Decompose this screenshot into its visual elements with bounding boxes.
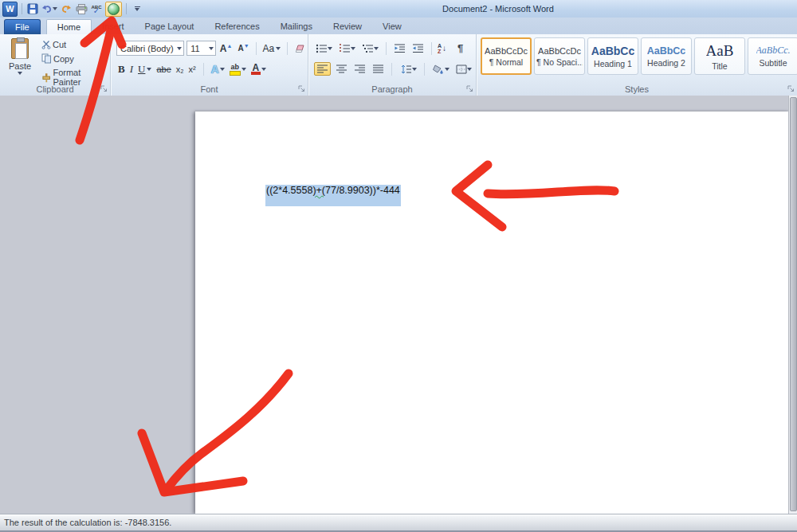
style-sample: AaBbCcDc <box>485 46 528 56</box>
font-dialog-launcher[interactable] <box>298 85 305 92</box>
style-card-title[interactable]: AaB Title <box>694 37 745 75</box>
font-name-value: Calibri (Body) <box>120 44 175 53</box>
paste-dropdown-caret[interactable] <box>18 72 22 75</box>
font-name-caret <box>177 47 182 50</box>
multilevel-caret <box>374 47 379 50</box>
italic-button[interactable]: I <box>130 63 133 76</box>
copy-button[interactable]: Copy <box>40 53 110 65</box>
increase-indent-icon <box>412 44 424 53</box>
style-card-normal[interactable]: AaBbCcDc ¶ Normal <box>481 37 532 75</box>
vertical-scrollbar[interactable] <box>788 96 797 514</box>
decrease-indent-button[interactable] <box>392 42 407 55</box>
multilevel-list-button[interactable] <box>360 42 380 55</box>
numbering-button[interactable] <box>337 42 357 55</box>
change-case-button[interactable]: Aa <box>261 42 282 55</box>
subscript-button[interactable]: x₂ <box>176 65 184 74</box>
tab-home[interactable]: Home <box>46 19 92 34</box>
paste-clipboard-icon <box>11 38 29 59</box>
copy-label: Copy <box>53 54 74 64</box>
font-color-button[interactable]: A <box>251 64 266 75</box>
align-center-button[interactable] <box>334 63 349 75</box>
bullets-button[interactable] <box>314 42 334 55</box>
change-case-caret <box>276 47 281 50</box>
style-sample: AaBbCcDc <box>538 46 581 56</box>
title-bar: W <box>0 0 797 18</box>
text-effects-caret <box>220 68 225 71</box>
highlight-color-bar <box>230 71 241 76</box>
text-effects-button[interactable]: A <box>211 63 225 76</box>
tab-references[interactable]: References <box>204 19 269 34</box>
clipboard-group: Paste Cut Copy <box>0 34 111 96</box>
style-name: ¶ Normal <box>489 57 523 67</box>
formula-part1: ((2*4.5558 <box>266 185 312 196</box>
tab-insert[interactable]: Insert <box>92 19 135 34</box>
style-name: ¶ No Spaci... <box>536 57 583 67</box>
paste-button[interactable]: Paste <box>5 38 35 84</box>
clipboard-dialog-launcher[interactable] <box>100 85 108 92</box>
justify-button[interactable] <box>371 63 386 75</box>
clear-formatting-button[interactable] <box>292 43 308 54</box>
grow-font-button[interactable]: A▲ <box>218 42 234 55</box>
tab-file[interactable]: File <box>4 19 41 34</box>
superscript-button[interactable]: x² <box>189 65 196 74</box>
separator <box>256 42 257 55</box>
style-card-heading2[interactable]: AaBbCc Heading 2 <box>641 37 692 75</box>
paragraph-group: AZ ↓ ¶ <box>308 34 477 96</box>
line-spacing-button[interactable] <box>398 63 418 76</box>
borders-caret <box>467 68 472 71</box>
font-size-value: 11 <box>190 44 206 53</box>
separator <box>391 63 392 76</box>
line-spacing-caret <box>412 68 417 71</box>
tab-page-layout[interactable]: Page Layout <box>135 19 205 34</box>
align-right-button[interactable] <box>352 63 367 75</box>
bullets-caret <box>328 47 332 50</box>
style-card-subtitle[interactable]: AaBbCc. Subtitle <box>748 37 797 75</box>
font-color-caret <box>261 68 266 71</box>
borders-button[interactable] <box>454 63 473 76</box>
justify-icon <box>372 65 384 73</box>
font-size-combo[interactable]: 11 <box>186 41 216 56</box>
underline-button[interactable]: U <box>138 63 151 76</box>
increase-indent-button[interactable] <box>410 42 426 55</box>
align-left-button[interactable] <box>314 62 331 76</box>
window-title: Document2 - Microsoft Word <box>0 0 797 18</box>
style-card-heading1[interactable]: AaBbCc Heading 1 <box>587 37 638 75</box>
highlight-caret <box>241 68 246 71</box>
formula-part2-squiggle: )+( <box>312 185 325 196</box>
scrollbar-thumb[interactable] <box>790 97 797 511</box>
document-page[interactable]: ((2*4.5558)+(77/8.9903))*-444 <box>195 111 789 514</box>
highlight-button[interactable]: ab <box>230 64 246 76</box>
show-hide-formatting-button[interactable]: ¶ <box>456 41 465 56</box>
sort-button[interactable]: AZ ↓ <box>438 43 446 54</box>
bold-button[interactable]: B <box>118 63 125 76</box>
align-left-icon <box>316 65 328 73</box>
paragraph-dialog-launcher[interactable] <box>466 85 473 92</box>
tab-review[interactable]: Review <box>323 19 372 34</box>
tab-view[interactable]: View <box>372 19 412 34</box>
font-color-bar <box>251 72 261 75</box>
cut-button[interactable]: Cut <box>40 39 110 50</box>
style-name: Heading 1 <box>594 59 632 68</box>
font-name-combo[interactable]: Calibri (Body) <box>116 41 184 56</box>
copy-icon <box>41 53 52 64</box>
separator <box>424 63 425 76</box>
strikethrough-button[interactable]: abe <box>156 65 171 74</box>
shading-button[interactable] <box>430 63 451 76</box>
style-name: Title <box>712 61 727 71</box>
sort-arrow-icon: ↓ <box>442 44 446 53</box>
selected-formula-text[interactable]: ((2*4.5558)+(77/8.9903))*-444 <box>265 185 401 206</box>
style-card-no-spacing[interactable]: AaBbCcDc ¶ No Spaci... <box>534 37 585 75</box>
shrink-font-button[interactable]: A▼ <box>236 42 250 53</box>
tab-mailings[interactable]: Mailings <box>270 19 323 34</box>
font-size-caret <box>209 47 214 50</box>
align-center-icon <box>336 65 347 73</box>
styles-group: AaBbCcDc ¶ Normal AaBbCcDc ¶ No Spaci...… <box>477 34 797 96</box>
styles-gallery: AaBbCcDc ¶ Normal AaBbCcDc ¶ No Spaci...… <box>481 37 797 75</box>
bullet-list-icon <box>316 44 328 53</box>
separator <box>287 42 288 55</box>
numbering-caret <box>351 47 355 50</box>
styles-dialog-launcher[interactable] <box>787 85 795 92</box>
paragraph-group-label: Paragraph <box>308 84 476 94</box>
clipboard-group-label: Clipboard <box>0 84 110 94</box>
style-name: Subtitle <box>759 58 787 68</box>
